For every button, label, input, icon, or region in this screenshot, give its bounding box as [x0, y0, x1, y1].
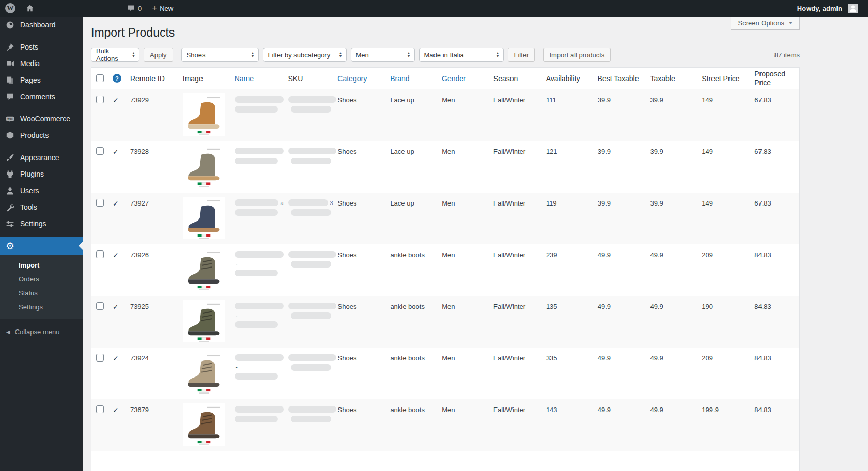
cell-best_taxable: 39.9 [593, 89, 646, 141]
sidebar-item-label: Settings [20, 219, 47, 228]
sidebar-item-label: Users [20, 186, 39, 195]
cell-proposed_price: 67.83 [750, 89, 799, 141]
cell-taxable: 39.9 [646, 89, 698, 141]
imported-checkmark: ✓ [113, 199, 119, 208]
sidebar-item-posts[interactable]: Posts [0, 39, 83, 55]
sidebar-item-appearance[interactable]: Appearance [0, 149, 83, 166]
collapse-arrow-icon: ◀ [6, 329, 10, 335]
category-select[interactable]: Shoes ▲▼ [181, 48, 259, 62]
submenu-item-status[interactable]: Status [0, 286, 83, 300]
bulk-actions-select[interactable]: Bulk Actions ▲▼ [91, 48, 140, 62]
sidebar-item-products[interactable]: Products [0, 127, 83, 144]
submenu-item-orders[interactable]: Orders [0, 272, 83, 286]
admin-bar: W 0 + New Howdy, admin [0, 0, 868, 17]
redacted-sku-line [288, 199, 329, 206]
redacted-sku-line [288, 354, 336, 361]
redacted-name-line [235, 321, 278, 328]
admin-bar-account[interactable]: Howdy, admin [792, 0, 863, 17]
wordpress-logo-icon[interactable]: W [0, 0, 21, 17]
sidebar-item-plugins[interactable]: Plugins [0, 166, 83, 182]
comments-count: 0 [138, 5, 142, 12]
origin-select[interactable]: Made in Italia ▲▼ [419, 48, 504, 62]
import-all-products-button[interactable]: Import all products [543, 48, 611, 62]
product-image [183, 352, 225, 394]
cell-brand: Lace up [385, 141, 437, 193]
sidebar-item-media[interactable]: Media [0, 55, 83, 72]
select-arrows-icon: ▲▼ [407, 52, 411, 58]
cell-category: Shoes [333, 296, 386, 348]
redacted-sku-line [288, 96, 336, 103]
cell-remote_id: 73924 [126, 348, 178, 399]
filter-button[interactable]: Filter [508, 48, 535, 62]
sidebar-item-comments[interactable]: Comments [0, 88, 83, 105]
comment-bubble-icon [127, 4, 135, 12]
sidebar-item-settings[interactable]: Settings [0, 215, 83, 232]
gender-select[interactable]: Men ▲▼ [351, 48, 415, 62]
redacted-name-line [235, 270, 278, 276]
cell-street_price: 190 [697, 296, 750, 348]
redacted-name-line [235, 209, 278, 216]
imported-checkmark: ✓ [113, 148, 119, 156]
sidebar-item-dashboard[interactable]: Dashboard [0, 17, 83, 33]
screen-options-button[interactable]: Screen Options ▼ [731, 17, 800, 30]
select-all-checkbox[interactable] [96, 74, 104, 82]
column-header-gender[interactable]: Gender [442, 74, 466, 83]
row-checkbox[interactable] [96, 199, 104, 207]
posts-icon [5, 42, 15, 52]
cell-street_price: 199.9 [697, 399, 750, 451]
cell-sku [284, 348, 333, 399]
product-image [183, 93, 225, 136]
row-checkbox[interactable] [96, 147, 104, 155]
cell-best_taxable: 49.9 [593, 244, 646, 296]
subcategory-select[interactable]: Filter by subcategory ▲▼ [263, 48, 347, 62]
redacted-sku-line [291, 364, 331, 371]
table-row: ✓73924-Shoesankle bootsMenFall/Winter335… [91, 348, 799, 399]
site-home-icon[interactable] [21, 0, 39, 17]
column-header-category[interactable]: Category [337, 74, 367, 83]
cell-remote_id: 73927 [126, 193, 178, 244]
product-image [183, 197, 225, 239]
cell-proposed_price: 84.83 [750, 399, 799, 451]
cell-sku [284, 296, 333, 348]
sidebar-item-label: Products [20, 131, 49, 139]
name-separator: - [236, 312, 284, 319]
cell-brand: ankle boots [385, 296, 437, 348]
column-header-name[interactable]: Name [235, 74, 254, 83]
submenu-item-settings[interactable]: Settings [0, 300, 83, 314]
sidebar-item-woocommerce[interactable]: WooWooCommerce [0, 111, 83, 127]
cell-availability: 143 [541, 399, 593, 451]
row-checkbox[interactable] [96, 96, 104, 103]
help-icon[interactable]: ? [113, 74, 121, 83]
row-checkbox[interactable] [96, 354, 104, 362]
sidebar-item-label: WooCommerce [20, 115, 70, 123]
origin-value: Made in Italia [424, 51, 464, 59]
redacted-sku-line [291, 416, 331, 422]
apply-button[interactable]: Apply [144, 48, 173, 62]
cell-proposed_price: 84.83 [750, 244, 799, 296]
sidebar-item-users[interactable]: Users [0, 182, 83, 199]
collapse-menu-button[interactable]: ◀ Collapse menu [0, 328, 83, 336]
plus-icon: + [152, 5, 157, 12]
submenu-item-import[interactable]: Import [0, 258, 83, 272]
admin-bar-comments[interactable]: 0 [122, 0, 147, 17]
sidebar-item-label: Plugins [20, 170, 44, 178]
sidebar-item-import-plugin[interactable]: ⚙ [0, 237, 83, 255]
product-image [183, 248, 225, 291]
row-checkbox[interactable] [96, 302, 104, 310]
redacted-sku-line [291, 312, 331, 319]
cell-taxable: 39.9 [646, 193, 698, 244]
howdy-text: Howdy, admin [797, 5, 842, 12]
redacted-name-line [235, 96, 284, 103]
gear-icon: ⚙ [5, 241, 15, 251]
sidebar-item-tools[interactable]: Tools [0, 199, 83, 215]
imported-checkmark: ✓ [113, 303, 119, 311]
svg-text:Woo: Woo [7, 118, 12, 120]
row-checkbox[interactable] [96, 250, 104, 258]
table-row: ✓73929ShoesLace upMenFall/Winter11139.93… [91, 89, 799, 141]
cell-availability: 121 [541, 141, 593, 193]
cell-availability: 239 [541, 244, 593, 296]
column-header-brand[interactable]: Brand [390, 74, 409, 83]
admin-bar-new-button[interactable]: + New [147, 0, 178, 17]
sidebar-item-pages[interactable]: Pages [0, 72, 83, 88]
row-checkbox[interactable] [96, 405, 104, 413]
